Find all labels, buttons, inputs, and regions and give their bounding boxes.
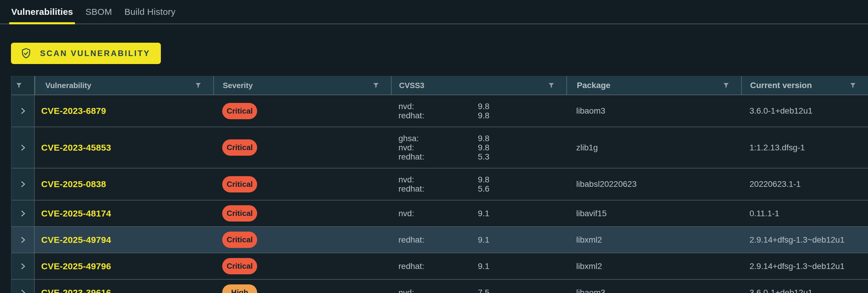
cvss-source: nvd: — [398, 102, 414, 111]
package-cell: libxml2 — [566, 253, 741, 279]
cvss3-cell: ghsa:9.8nvd:9.8redhat:5.3 — [391, 127, 566, 168]
cvss-score: 9.1 — [478, 262, 489, 271]
cvss-source: redhat: — [398, 184, 424, 193]
filter-icon[interactable] — [722, 82, 730, 89]
column-header-expander[interactable] — [11, 76, 35, 95]
severity-cell: High — [213, 280, 391, 293]
column-header-label: CVSS3 — [399, 81, 424, 90]
severity-cell: Critical — [213, 227, 391, 253]
filter-icon[interactable] — [15, 82, 23, 89]
current-version-cell: 2.9.14+dfsg-1.3~deb12u1 — [741, 253, 868, 279]
expand-cell — [11, 253, 35, 279]
column-header-label: Current version — [750, 81, 812, 90]
cvss-source: nvd: — [398, 143, 414, 152]
table-row: CVE-2025-0838 Critical nvd:9.8redhat:5.6… — [11, 169, 868, 201]
expand-chevron-icon[interactable] — [17, 234, 29, 246]
cvss-score-line: nvd:9.1 — [398, 209, 489, 218]
cvss3-cell: nvd:9.1 — [391, 201, 566, 226]
expand-chevron-icon[interactable] — [17, 142, 29, 154]
cvss-score: 5.6 — [478, 184, 489, 193]
current-version: 0.11.1-1 — [749, 209, 779, 218]
cve-link[interactable]: CVE-2025-0838 — [41, 179, 106, 189]
cvss-score-list: redhat:9.1 — [398, 262, 489, 271]
filter-icon[interactable] — [548, 82, 555, 89]
tab-build-history[interactable]: Build History — [122, 0, 178, 23]
current-version: 2.9.14+dfsg-1.3~deb12u1 — [749, 235, 845, 245]
expand-chevron-icon[interactable] — [17, 178, 29, 190]
tab-sbom[interactable]: SBOM — [83, 0, 114, 23]
cvss-score: 9.8 — [478, 102, 489, 111]
package-name: libavif15 — [576, 209, 607, 218]
vulnerability-cell: CVE-2025-49794 — [35, 227, 213, 253]
cvss-score: 9.1 — [478, 235, 489, 244]
tab-label: SBOM — [85, 7, 112, 17]
package-name: libxml2 — [576, 262, 602, 271]
cvss-score-line: ghsa:9.8 — [398, 134, 489, 143]
expand-chevron-icon[interactable] — [17, 105, 29, 117]
column-header-vulnerability[interactable]: Vulnerability — [35, 76, 213, 95]
cvss-score-line: redhat:5.6 — [398, 184, 489, 193]
cvss-score-line: redhat:9.8 — [398, 111, 489, 120]
severity-badge: Critical — [222, 176, 257, 193]
vulnerability-cell: CVE-2025-49796 — [35, 253, 213, 279]
column-header-current-version[interactable]: Current version — [741, 76, 868, 95]
severity-badge: Critical — [222, 139, 257, 156]
cve-link[interactable]: CVE-2023-6879 — [41, 106, 106, 116]
cve-link[interactable]: CVE-2023-45853 — [41, 143, 111, 153]
current-version: 3.6.0-1+deb12u1 — [749, 106, 813, 116]
current-version-cell: 2.9.14+dfsg-1.3~deb12u1 — [741, 227, 868, 253]
severity-badge: High — [222, 284, 257, 293]
current-version-cell: 0.11.1-1 — [741, 201, 868, 226]
cvss3-cell: nvd:9.8redhat:5.6 — [391, 169, 566, 200]
current-version-cell: 1:1.2.13.dfsg-1 — [741, 127, 868, 168]
cve-link[interactable]: CVE-2025-48174 — [41, 208, 111, 218]
page: Vulnerabilities SBOM Build History SCAN … — [0, 0, 868, 293]
package-cell: libabsl20220623 — [566, 169, 741, 200]
cve-link[interactable]: CVE-2025-49794 — [41, 235, 111, 245]
column-header-severity[interactable]: Severity — [213, 76, 391, 95]
filter-icon[interactable] — [849, 82, 857, 89]
column-header-cvss3[interactable]: CVSS3 — [391, 76, 566, 95]
severity-badge: Critical — [222, 232, 257, 248]
cvss-score-list: nvd:7.5 — [398, 288, 489, 293]
cvss-source: nvd: — [398, 209, 414, 218]
filter-icon[interactable] — [194, 82, 202, 89]
expand-chevron-icon[interactable] — [17, 208, 29, 219]
current-version: 20220623.1-1 — [749, 179, 801, 189]
table-row: CVE-2025-49796 Critical redhat:9.1 libxm… — [11, 253, 868, 280]
package-cell: zlib1g — [566, 127, 741, 168]
scan-button-label: SCAN VULNERABILITY — [40, 49, 150, 58]
vulnerability-cell: CVE-2025-48174 — [35, 201, 213, 226]
package-cell: libxml2 — [566, 227, 741, 253]
vulnerability-cell: CVE-2025-0838 — [35, 169, 213, 200]
cvss-score-list: redhat:9.1 — [398, 235, 489, 244]
table-row: CVE-2025-48174 Critical nvd:9.1 libavif1… — [11, 201, 868, 227]
filter-icon[interactable] — [372, 82, 380, 89]
column-header-package[interactable]: Package — [566, 76, 741, 95]
cvss-source: nvd: — [398, 175, 414, 184]
tab-label: Vulnerabilities — [11, 7, 73, 17]
expand-chevron-icon[interactable] — [17, 260, 29, 272]
cvss-score-list: nvd:9.8redhat:9.8 — [398, 102, 489, 120]
severity-cell: Critical — [213, 169, 391, 200]
expand-cell — [11, 201, 35, 226]
current-version-cell: 3.6.0-1+deb12u1 — [741, 280, 868, 293]
cvss3-cell: nvd:7.5 — [391, 280, 566, 293]
expand-chevron-icon[interactable] — [17, 287, 29, 293]
table-row: CVE-2023-45853 Critical ghsa:9.8nvd:9.8r… — [11, 127, 868, 169]
cvss-source: redhat: — [398, 152, 424, 161]
cve-link[interactable]: CVE-2023-39616 — [41, 288, 111, 293]
vulnerability-cell: CVE-2023-45853 — [35, 127, 213, 168]
cvss-score-line: nvd:9.8 — [398, 102, 489, 111]
severity-cell: Critical — [213, 127, 391, 168]
tab-vulnerabilities[interactable]: Vulnerabilities — [9, 0, 75, 23]
cvss-score-list: ghsa:9.8nvd:9.8redhat:5.3 — [398, 134, 489, 161]
scan-vulnerability-button[interactable]: SCAN VULNERABILITY — [11, 43, 161, 64]
package-name: zlib1g — [576, 143, 598, 152]
shield-check-icon — [20, 47, 32, 60]
tab-bar: Vulnerabilities SBOM Build History — [0, 0, 868, 24]
expand-cell — [11, 227, 35, 253]
expand-cell — [11, 95, 35, 127]
current-version: 2.9.14+dfsg-1.3~deb12u1 — [749, 262, 845, 271]
cve-link[interactable]: CVE-2025-49796 — [41, 261, 111, 271]
